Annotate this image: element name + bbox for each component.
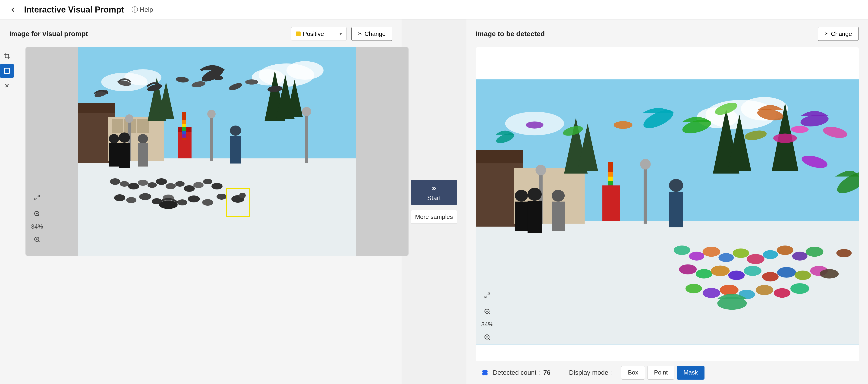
zoom-in-button-left[interactable]	[30, 232, 44, 247]
more-samples-button[interactable]: More samples	[411, 210, 457, 224]
zoom-out-button-right[interactable]	[480, 305, 494, 318]
zoom-in-button-right[interactable]	[480, 330, 494, 344]
svg-rect-26	[182, 120, 186, 124]
start-button[interactable]: » Start	[411, 180, 457, 205]
left-change-button[interactable]: ✂ Change	[351, 27, 392, 41]
select-tool-button[interactable]	[0, 64, 14, 78]
svg-point-121	[669, 179, 683, 192]
svg-rect-40	[119, 143, 130, 168]
left-change-label: Change	[365, 30, 385, 37]
chevron-down-icon: ▾	[340, 31, 342, 37]
back-button[interactable]	[9, 6, 17, 13]
svg-rect-44	[230, 136, 241, 163]
header: Interactive Visual Prompt ⓘ Help	[0, 0, 868, 20]
display-mode-buttons: Box Point Mask	[621, 366, 705, 380]
svg-point-142	[733, 249, 749, 258]
svg-point-113	[640, 159, 651, 169]
zoom-out-button-left[interactable]	[30, 207, 44, 221]
svg-point-46	[120, 181, 129, 187]
svg-rect-29	[182, 131, 186, 134]
svg-point-59	[139, 193, 151, 200]
svg-line-168	[485, 296, 487, 298]
display-mode-label: Display mode :	[569, 369, 612, 376]
right-change-button[interactable]: ✂ Change	[818, 27, 859, 41]
svg-rect-116	[515, 201, 528, 231]
svg-rect-104	[609, 168, 613, 172]
right-panel-controls: ✂ Change	[818, 27, 859, 41]
svg-point-152	[744, 266, 762, 276]
help-icon: ⓘ	[131, 5, 138, 14]
svg-point-55	[203, 179, 212, 184]
svg-point-139	[689, 252, 704, 261]
svg-point-146	[792, 252, 807, 261]
left-panel-label: Image for visual prompt	[9, 30, 88, 38]
right-zoom-controls: 34%	[480, 288, 494, 344]
svg-point-57	[114, 194, 125, 201]
svg-point-43	[230, 126, 241, 136]
svg-rect-0	[4, 68, 10, 74]
svg-point-161	[756, 285, 773, 295]
svg-point-47	[128, 183, 139, 189]
svg-point-151	[728, 270, 745, 280]
delete-tool-button[interactable]	[0, 79, 14, 93]
prompt-type-dropdown[interactable]: Positive ▾	[291, 27, 347, 41]
svg-rect-120	[552, 201, 565, 231]
svg-line-167	[488, 293, 490, 295]
right-panel: Image to be detected ✂ Change	[466, 20, 868, 384]
point-mode-button[interactable]: Point	[647, 366, 674, 380]
svg-point-79	[239, 193, 246, 198]
change-icon-right: ✂	[825, 31, 829, 37]
mask-mode-button[interactable]: Mask	[677, 366, 705, 380]
page-title: Interactive Visual Prompt	[24, 5, 124, 14]
fit-view-button-right[interactable]	[480, 288, 494, 302]
detected-value: 76	[543, 369, 551, 376]
svg-point-39	[119, 132, 130, 143]
svg-point-155	[795, 270, 811, 280]
svg-rect-33	[210, 115, 213, 161]
svg-rect-30	[182, 134, 186, 137]
zoom-level-left: 34%	[31, 223, 43, 230]
svg-rect-112	[644, 165, 647, 224]
svg-rect-42	[138, 143, 148, 166]
detected-count-section: Detected count : 76	[480, 368, 551, 377]
change-icon: ✂	[358, 31, 362, 37]
left-image-container[interactable]: 34%	[26, 47, 408, 256]
box-mode-button[interactable]: Box	[621, 366, 645, 380]
svg-rect-94	[476, 221, 859, 344]
svg-point-166	[836, 249, 851, 257]
point-mode-label: Point	[654, 369, 668, 376]
svg-point-32	[125, 115, 133, 123]
svg-point-149	[696, 269, 712, 279]
svg-point-117	[528, 188, 542, 201]
svg-line-173	[489, 339, 490, 340]
svg-point-50	[156, 178, 167, 185]
svg-rect-28	[182, 127, 186, 131]
svg-point-63	[188, 195, 200, 202]
svg-rect-38	[109, 143, 119, 166]
svg-point-53	[184, 185, 195, 192]
svg-rect-14	[112, 119, 123, 133]
svg-point-41	[138, 134, 148, 143]
svg-point-154	[777, 267, 796, 278]
svg-rect-16	[137, 119, 149, 133]
right-change-label: Change	[831, 30, 852, 37]
svg-point-153	[762, 272, 779, 282]
svg-line-86	[38, 241, 39, 242]
svg-point-179	[485, 372, 488, 375]
svg-rect-114	[602, 185, 620, 221]
svg-point-62	[177, 199, 187, 205]
svg-rect-12	[78, 103, 115, 113]
fit-view-button-left[interactable]	[30, 191, 44, 204]
svg-point-144	[763, 250, 778, 259]
svg-point-45	[110, 178, 120, 185]
svg-point-6	[286, 61, 323, 80]
crop-tool-button[interactable]	[0, 49, 14, 63]
left-panel-header: Image for visual prompt Positive ▾ ✂ Cha…	[9, 27, 392, 41]
svg-rect-25	[182, 117, 186, 120]
right-image-container[interactable]: 34%	[476, 47, 859, 377]
svg-rect-105	[609, 172, 613, 177]
help-link[interactable]: ⓘ Help	[131, 5, 153, 14]
svg-line-83	[38, 215, 39, 216]
svg-point-115	[515, 190, 528, 202]
positive-color-dot	[296, 32, 301, 36]
